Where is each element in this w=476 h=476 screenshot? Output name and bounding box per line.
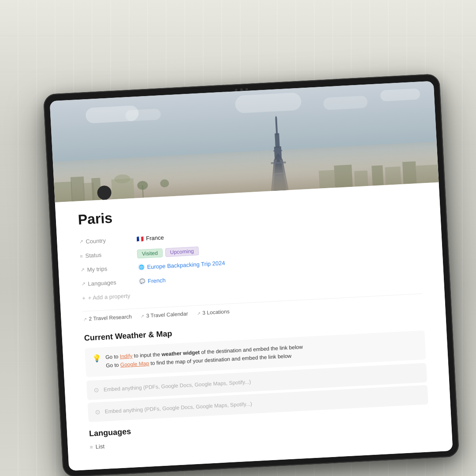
embed-placeholder-2: Embed anything (PDFs, Google Docs, Googl… — [104, 401, 252, 415]
cloud-2 — [125, 108, 161, 121]
lightbulb-icon: 💡 — [92, 354, 101, 363]
svg-rect-3 — [275, 133, 280, 147]
tag-visited[interactable]: Visited — [137, 248, 163, 258]
embed-icon-2: ⊙ — [95, 409, 100, 416]
country-name: France — [146, 234, 164, 242]
tablet-screen: Paris ↗ Country 🇫🇷 France — [50, 81, 453, 471]
weather-widget-text: weather widget — [161, 349, 200, 357]
info-text-prefix-1: Go to — [105, 353, 120, 361]
properties-section: ↗ Country 🇫🇷 France ≡ Status Vis — [79, 218, 422, 304]
svg-rect-20 — [402, 161, 417, 184]
arrow-icon-trips: ↗ — [80, 267, 85, 273]
country-flag: 🇫🇷 — [136, 235, 144, 242]
info-text-prefix-2: Go to — [106, 362, 120, 369]
embed-placeholder-1: Embed anything (PDFs, Google Docs, Googl… — [104, 379, 251, 393]
svg-rect-18 — [372, 165, 383, 186]
hero-image — [50, 81, 439, 202]
tablet-device: Paris ↗ Country 🇫🇷 France — [43, 74, 459, 476]
property-label-status: ≡ Status — [80, 249, 138, 259]
trip-icon: 🌐 — [138, 264, 145, 271]
cloud-4 — [323, 96, 368, 110]
svg-rect-21 — [416, 164, 439, 183]
list-icon: ≡ — [90, 444, 93, 450]
cloud-3 — [235, 93, 302, 114]
tag-upcoming[interactable]: Upcoming — [165, 246, 199, 257]
arrow-icon-languages: ↗ — [81, 281, 86, 287]
svg-rect-4 — [275, 118, 278, 134]
indify-link[interactable]: Indify — [120, 353, 133, 359]
language-icon: 💬 — [138, 278, 146, 285]
svg-rect-15 — [319, 170, 335, 189]
language-relation[interactable]: 💬 French — [138, 276, 166, 285]
weather-info-text: Go to Indify to input the weather widget… — [105, 343, 304, 370]
info-text-middle-1: to input the — [134, 351, 162, 359]
google-map-link[interactable]: Google Map — [120, 361, 149, 368]
arrow-research: ↗ — [83, 316, 87, 321]
relation-travel-calendar[interactable]: ↗ 3 Travel Calendar — [141, 311, 188, 320]
list-label: List — [95, 443, 104, 450]
page-content: Paris ↗ Country 🇫🇷 France — [55, 182, 453, 471]
svg-rect-17 — [354, 171, 368, 187]
property-label-languages: ↗ Languages — [81, 278, 139, 287]
arrow-calendar: ↗ — [141, 313, 145, 318]
svg-rect-9 — [54, 182, 72, 202]
embed-icon-1: ⊙ — [94, 387, 100, 394]
property-label-trips: ↗ My trips — [80, 264, 138, 273]
relation-travel-research[interactable]: ↗ 2 Travel Research — [83, 313, 132, 322]
svg-rect-16 — [334, 165, 353, 188]
property-label-country: ↗ Country — [79, 236, 137, 245]
cloud-5 — [380, 88, 420, 101]
arrow-locations: ↗ — [197, 311, 201, 316]
arrow-icon-country: ↗ — [79, 239, 83, 245]
svg-rect-19 — [385, 167, 401, 185]
trip-relation[interactable]: 🌐 Europe Backpacking Trip 2024 — [138, 259, 225, 271]
svg-point-24 — [160, 179, 169, 187]
plus-icon: + — [82, 295, 86, 301]
list-icon-status: ≡ — [80, 253, 83, 258]
svg-rect-10 — [71, 176, 85, 201]
relation-locations[interactable]: ↗ 3 Locations — [197, 309, 230, 316]
svg-marker-5 — [275, 115, 277, 118]
